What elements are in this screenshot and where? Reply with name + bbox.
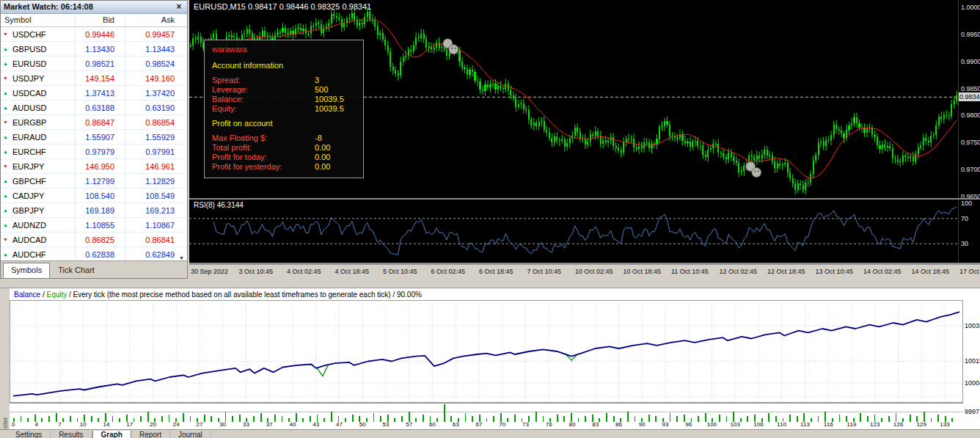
market-watch-row[interactable]: ▲USDCAD1.374131.37420	[1, 86, 187, 101]
close-icon[interactable]: ×	[174, 1, 184, 12]
column-bid[interactable]: Bid	[103, 15, 114, 24]
time-axis-label: 4 Oct 02:45	[287, 268, 321, 275]
bid-value: 1.12799	[85, 174, 114, 189]
balance-graph[interactable]	[10, 300, 963, 403]
graph-x-label: 106	[750, 421, 767, 428]
tab-settings[interactable]: Settings	[7, 431, 51, 438]
market-watch-row[interactable]: ▲EURCHF0.979790.97991	[1, 145, 187, 159]
symbol-label: EURUSD	[12, 56, 46, 71]
market-watch-rows: ▼USDCHF0.994460.99457▲GBPUSD1.134301.134…	[1, 27, 187, 262]
graph-x-label: 119	[844, 421, 860, 428]
rsi-pane[interactable]	[189, 200, 958, 263]
graph-x-label: 93	[657, 421, 673, 428]
ask-value: 149.160	[145, 71, 175, 86]
price-axis-label: 0.9900	[961, 58, 980, 65]
symbol-label: AUDCHF	[12, 247, 46, 262]
graph-x-label: 57	[401, 421, 417, 428]
info-label: Total profit:	[212, 143, 252, 152]
bid-value: 0.97979	[85, 145, 114, 159]
market-watch-row[interactable]: ▲GBPUSD1.134301.13443	[1, 42, 187, 56]
rsi-label: RSI(8) 46.3144	[194, 201, 244, 209]
market-watch-row[interactable]: ▲AUDNZD1.108551.10867	[1, 218, 187, 233]
tick-down-icon: ▼	[3, 27, 8, 42]
market-watch-row[interactable]: ▲CADJPY108.540108.549	[1, 189, 187, 203]
mt4-window: Market Watch: 06:14:08 × Symbol Bid Ask …	[0, 0, 980, 438]
symbol-label: EURGBP	[12, 115, 46, 130]
market-watch-row[interactable]: ▼USDCHF0.994460.99457	[1, 27, 187, 42]
tab-results[interactable]: Results	[51, 431, 92, 438]
time-axis-label: 30 Sep 2022	[191, 268, 228, 275]
ea-name: warawara	[212, 45, 356, 54]
market-watch-row[interactable]: ▲EURUSD0.985210.98524	[1, 56, 187, 71]
market-watch-row[interactable]: ▲EURAUD1.559071.55929	[1, 130, 187, 145]
market-watch-row[interactable]: ▲GBPCHF1.127991.12829	[1, 174, 187, 189]
symbol-label: GBPJPY	[12, 203, 44, 218]
price-axis-label: 0.9800	[961, 112, 980, 119]
market-watch-row[interactable]: ▲AUDCHF0.628380.62849	[1, 247, 187, 262]
time-axis-label: 6 Oct 02:45	[431, 268, 466, 275]
tab-graph[interactable]: Graph	[92, 431, 131, 438]
graph-x-label: 63	[447, 421, 464, 428]
bid-value: 1.10855	[85, 218, 114, 233]
bid-value: 169.189	[85, 203, 114, 218]
tab-report[interactable]: Report	[131, 431, 170, 438]
market-watch-row[interactable]: ▼EURJPY146.950146.961	[1, 159, 187, 174]
legend-balance: Balance	[14, 291, 40, 299]
info-value: 0.00	[315, 162, 330, 172]
market-watch-row[interactable]: ▼USDJPY149.154149.160	[1, 71, 187, 86]
chart-window: EURUSD,M15 0.98417 0.98446 0.98325 0.983…	[189, 0, 980, 279]
ask-value: 1.13443	[145, 42, 175, 56]
tick-up-icon: ▲	[3, 42, 8, 56]
graph-x-label: 30	[215, 421, 231, 428]
ask-value: 169.213	[145, 203, 175, 218]
info-rows-account: Spread:3Leverage:500Balance:10039.5Equit…	[212, 76, 356, 114]
info-value: 3	[315, 76, 319, 85]
bid-value: 1.13430	[85, 42, 114, 56]
info-section-account: Account information	[212, 61, 356, 70]
graph-x-label: 47	[332, 421, 348, 428]
info-row: Profit for yesterday:0.00	[212, 162, 356, 172]
graph-x-label: 43	[308, 421, 324, 428]
time-axis[interactable]: 30 Sep 20223 Oct 10:454 Oct 02:454 Oct 1…	[189, 264, 980, 279]
market-watch-row[interactable]: ▲AUDUSD0.631880.63190	[1, 101, 187, 115]
market-watch-tabs: SymbolsTick Chart	[1, 260, 187, 278]
tab-tick-chart[interactable]: Tick Chart	[50, 263, 103, 278]
column-ask[interactable]: Ask	[161, 15, 175, 24]
graph-x-label: 10	[75, 421, 91, 428]
rsi-axis-label: 30	[961, 240, 968, 247]
graph-y-label: 10004	[965, 379, 980, 387]
ask-value: 0.86841	[145, 233, 175, 247]
tab-journal[interactable]: Journal	[170, 431, 211, 438]
chart-symbol-label: EURUSD,M15 0.98417 0.98446 0.98325 0.983…	[194, 2, 371, 11]
market-watch-row[interactable]: ▲GBPJPY169.189169.213	[1, 203, 187, 218]
bid-value: 146.950	[85, 159, 114, 174]
graph-x-label: 123	[867, 421, 883, 428]
bid-value: 0.98521	[85, 56, 114, 71]
info-row: Total profit:0.00	[212, 143, 356, 153]
graph-x-label: 0	[10, 421, 21, 428]
time-axis-label: 4 Oct 18:45	[335, 268, 370, 275]
market-watch-row[interactable]: ▼AUDCAD0.868250.86841	[1, 233, 187, 247]
bid-value: 149.154	[85, 71, 114, 86]
info-rows-profit: Max Floating $:-8Total profit:0.00Profit…	[212, 134, 356, 172]
market-watch-titlebar[interactable]: Market Watch: 06:14:08 ×	[1, 1, 187, 14]
scroll-more-icon[interactable]: ▼	[179, 255, 184, 260]
tab-symbols[interactable]: Symbols	[3, 263, 50, 278]
graph-x-label: 83	[588, 421, 604, 428]
current-price-label: 0.98341	[959, 92, 980, 101]
tick-up-icon: ▲	[3, 86, 8, 101]
rsi-axis-label: 100	[961, 200, 972, 207]
column-symbol[interactable]: Symbol	[4, 15, 32, 24]
info-label: Leverage:	[212, 85, 248, 94]
time-axis-label: 12 Oct 18:45	[767, 268, 805, 275]
market-watch-column-header: Symbol Bid Ask	[1, 14, 187, 27]
legend-equity: Equity	[46, 291, 67, 299]
bid-value: 0.63188	[85, 101, 114, 115]
time-axis-label: 13 Oct 10:45	[816, 268, 854, 275]
chart-object-marker	[746, 162, 761, 178]
market-watch-row[interactable]: ▼EURGBP0.868470.86854	[1, 115, 187, 130]
info-value: -8	[315, 134, 322, 143]
graph-x-label: 126	[891, 421, 907, 428]
tick-down-icon: ▼	[3, 71, 8, 86]
ask-value: 0.86854	[145, 115, 175, 130]
